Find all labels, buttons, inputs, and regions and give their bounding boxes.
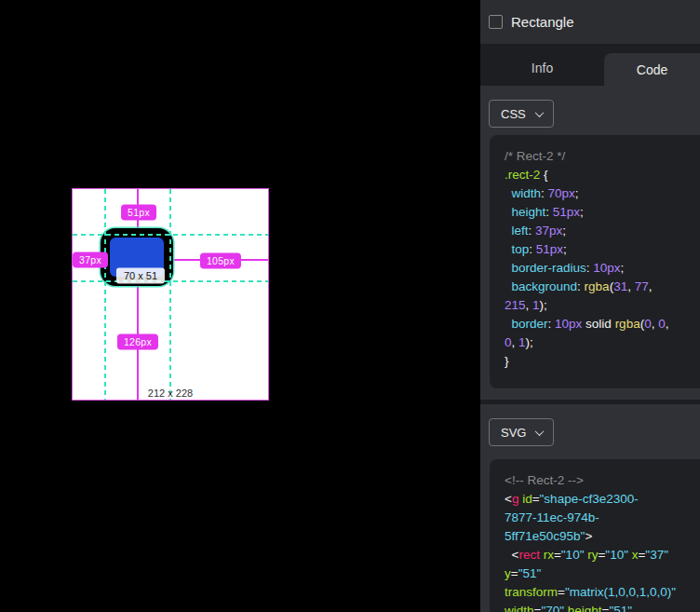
code-line: y="51" bbox=[505, 564, 700, 583]
code-line: height: 51px; bbox=[505, 203, 700, 222]
panel-tabbar: Info Code bbox=[480, 44, 700, 86]
code-line: border-radius: 10px; bbox=[505, 259, 700, 278]
code-line: background: rgba(31, 77, bbox=[505, 278, 700, 296]
code-line: } bbox=[505, 352, 700, 371]
code-line: 0, 1); bbox=[505, 333, 700, 352]
css-code-block: /* Rect-2 */.rect-2 { width: 70px; heigh… bbox=[490, 135, 700, 388]
chevron-down-icon bbox=[535, 108, 545, 117]
code-line: <rect rx="10" ry="10" x="37" bbox=[505, 546, 700, 564]
shape-name-label: Rectangle bbox=[511, 14, 574, 30]
tab-info[interactable]: Info bbox=[480, 44, 604, 86]
artboard-size-label: 212 x 228 bbox=[148, 388, 193, 399]
shape-size-badge: 70 x 51 bbox=[116, 268, 165, 284]
code-line: transform="matrix(1,0,0,1,0,0)" bbox=[505, 583, 700, 602]
code-line: top: 51px; bbox=[505, 240, 700, 259]
css-language-select[interactable]: CSS bbox=[489, 100, 554, 128]
measurement-badge-right: 105px bbox=[200, 253, 241, 269]
svg-language-select-value: SVG bbox=[501, 426, 526, 440]
artboard[interactable]: 51px 37px 105px 126px 70 x 51 212 x 228 bbox=[73, 189, 268, 400]
code-line: left: 37px; bbox=[505, 222, 700, 240]
code-line: width="70" height="51" bbox=[505, 602, 700, 612]
code-line: 5ff71e50c95b"> bbox=[505, 527, 700, 546]
code-line: 215, 1); bbox=[505, 296, 700, 315]
measure-line-vertical bbox=[137, 189, 139, 400]
css-language-select-value: CSS bbox=[501, 107, 526, 121]
section-divider bbox=[480, 400, 700, 404]
measurement-badge-top: 51px bbox=[121, 205, 156, 221]
svg-language-select[interactable]: SVG bbox=[489, 418, 554, 446]
code-line: /* Rect-2 */ bbox=[505, 147, 700, 166]
right-sidebar: Rectangle Info Code CSS /* Rect-2 */.rec… bbox=[480, 0, 700, 612]
tab-code[interactable]: Code bbox=[604, 53, 700, 86]
code-line: <!-- Rect-2 --> bbox=[505, 471, 700, 490]
shape-header: Rectangle bbox=[480, 0, 700, 44]
code-line: 7877-11ec-974b- bbox=[505, 509, 700, 527]
shape-visibility-checkbox[interactable] bbox=[489, 15, 503, 29]
code-line: width: 70px; bbox=[505, 184, 700, 203]
guide-line-left bbox=[104, 189, 106, 400]
chevron-down-icon bbox=[535, 427, 545, 436]
code-line: .rect-2 { bbox=[505, 166, 700, 184]
guide-line-top bbox=[73, 234, 268, 236]
guide-line-right bbox=[169, 189, 171, 400]
measurement-badge-bottom: 126px bbox=[117, 334, 158, 350]
svg-code-block: <!-- Rect-2 --><g id="shape-cf3e2300-787… bbox=[490, 459, 700, 612]
guide-line-bottom bbox=[73, 280, 268, 282]
measurement-badge-left: 37px bbox=[73, 252, 108, 268]
code-line: border: 10px solid rgba(0, 0, bbox=[505, 315, 700, 333]
code-line: <g id="shape-cf3e2300- bbox=[505, 490, 700, 509]
